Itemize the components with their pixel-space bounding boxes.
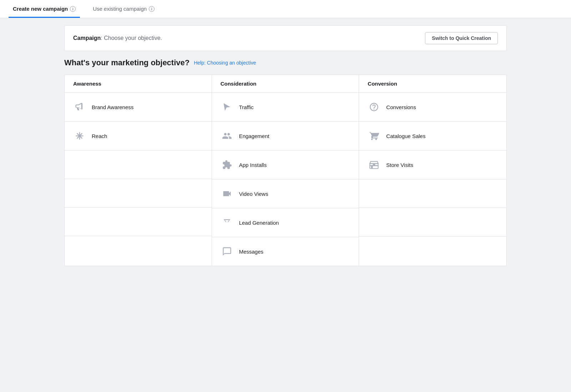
catalogue-sales-icon <box>368 129 380 142</box>
objective-app-installs[interactable]: App Installs <box>212 151 359 179</box>
section-title: What's your marketing objective? <box>64 58 190 67</box>
main-content: What's your marketing objective? Help: C… <box>56 58 515 275</box>
tab-use-existing-info-icon[interactable]: i <box>149 6 155 12</box>
objective-reach[interactable]: Reach <box>65 122 212 151</box>
reach-icon <box>73 129 86 142</box>
tab-create-new[interactable]: Create new campaign i <box>9 0 80 18</box>
app-installs-label: App Installs <box>239 162 267 168</box>
svg-rect-5 <box>371 166 373 168</box>
help-link[interactable]: Help: Choosing an objective <box>194 60 256 66</box>
campaign-header-bar: Campaign: Choose your objective. Switch … <box>64 25 507 51</box>
video-views-icon <box>221 187 233 200</box>
store-visits-icon <box>368 158 380 171</box>
objective-catalogue-sales[interactable]: Catalogue Sales <box>359 122 506 151</box>
engagement-icon <box>221 129 233 142</box>
col-header-consideration: Consideration <box>212 75 359 92</box>
svg-rect-6 <box>373 164 375 166</box>
video-views-label: Video Views <box>239 191 268 197</box>
objective-traffic[interactable]: Traffic <box>212 93 359 122</box>
megaphone-icon <box>73 101 86 113</box>
app-installs-icon <box>221 158 233 171</box>
table-header-row: Awareness Consideration Conversion <box>65 75 506 93</box>
col-consideration: Traffic Engagement <box>212 93 359 266</box>
conversions-icon <box>368 101 380 113</box>
conversion-empty-2 <box>359 208 506 236</box>
switch-to-quick-creation-button[interactable]: Switch to Quick Creation <box>425 32 498 44</box>
tab-use-existing-label: Use existing campaign <box>93 6 147 12</box>
awareness-empty-2 <box>65 179 212 208</box>
store-visits-label: Store Visits <box>386 162 413 168</box>
tab-create-new-label: Create new campaign <box>13 6 68 12</box>
campaign-header-text: Campaign: Choose your objective. <box>73 35 162 41</box>
col-conversion: Conversions Catalogue Sales <box>359 93 506 266</box>
table-body: Brand Awareness Reach <box>65 93 506 266</box>
awareness-empty-4 <box>65 236 212 265</box>
brand-awareness-label: Brand Awareness <box>92 104 133 110</box>
objective-messages[interactable]: Messages <box>212 237 359 266</box>
conversion-empty-1 <box>359 179 506 208</box>
tab-create-new-info-icon[interactable]: i <box>70 6 76 12</box>
awareness-empty-1 <box>65 151 212 179</box>
col-header-awareness: Awareness <box>65 75 212 92</box>
section-title-row: What's your marketing objective? Help: C… <box>64 58 507 67</box>
tab-bar: Create new campaign i Use existing campa… <box>0 0 571 18</box>
col-header-conversion: Conversion <box>359 75 506 92</box>
awareness-empty-3 <box>65 208 212 236</box>
objective-conversions[interactable]: Conversions <box>359 93 506 122</box>
traffic-icon <box>221 101 233 113</box>
objective-table: Awareness Consideration Conversion <box>64 75 507 266</box>
messages-label: Messages <box>239 249 263 255</box>
col-awareness: Brand Awareness Reach <box>65 93 212 266</box>
engagement-label: Engagement <box>239 133 269 139</box>
catalogue-sales-label: Catalogue Sales <box>386 133 425 139</box>
campaign-label: Campaign <box>73 35 101 41</box>
lead-generation-icon <box>221 216 233 229</box>
messages-icon <box>221 245 233 258</box>
objective-engagement[interactable]: Engagement <box>212 122 359 151</box>
page-wrapper: Campaign: Choose your objective. Switch … <box>50 25 521 275</box>
objective-store-visits[interactable]: Store Visits <box>359 151 506 179</box>
reach-label: Reach <box>92 133 107 139</box>
objective-video-views[interactable]: Video Views <box>212 179 359 208</box>
conversions-label: Conversions <box>386 104 416 110</box>
conversion-empty-3 <box>359 236 506 265</box>
objective-brand-awareness[interactable]: Brand Awareness <box>65 93 212 122</box>
lead-generation-label: Lead Generation <box>239 220 279 226</box>
tab-use-existing[interactable]: Use existing campaign i <box>89 0 159 18</box>
campaign-subtitle: : Choose your objective. <box>101 35 162 41</box>
traffic-label: Traffic <box>239 104 254 110</box>
objective-lead-generation[interactable]: Lead Generation <box>212 208 359 237</box>
